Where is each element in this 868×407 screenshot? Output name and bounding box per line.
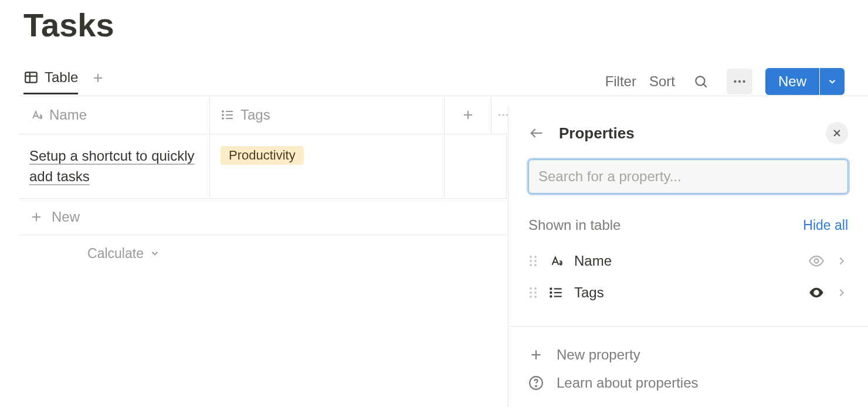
close-button[interactable] bbox=[826, 122, 848, 144]
svg-point-14 bbox=[222, 114, 223, 116]
section-label: Shown in table bbox=[528, 217, 621, 233]
ellipsis-icon bbox=[732, 74, 747, 89]
learn-link[interactable]: Learn about properties bbox=[528, 369, 848, 397]
cell-empty[interactable] bbox=[445, 134, 507, 198]
svg-point-5 bbox=[696, 76, 704, 85]
svg-point-35 bbox=[530, 291, 532, 294]
property-row-tags[interactable]: Tags bbox=[528, 277, 848, 308]
svg-point-30 bbox=[530, 264, 532, 266]
svg-point-45 bbox=[815, 291, 818, 294]
tab-label: Table bbox=[45, 69, 78, 86]
back-button[interactable] bbox=[528, 125, 545, 141]
list-icon bbox=[221, 108, 235, 122]
column-header-name[interactable]: Name bbox=[19, 96, 210, 134]
drag-handle-icon[interactable] bbox=[528, 286, 538, 299]
plus-icon bbox=[29, 210, 43, 224]
tab-table[interactable]: Table bbox=[23, 69, 78, 94]
svg-point-26 bbox=[530, 256, 532, 258]
new-property-button[interactable]: New property bbox=[528, 341, 848, 369]
more-options-button[interactable] bbox=[727, 69, 752, 94]
panel-header: Properties bbox=[528, 122, 848, 144]
learn-link-label: Learn about properties bbox=[557, 375, 699, 391]
svg-point-34 bbox=[534, 287, 537, 290]
divider bbox=[508, 326, 868, 327]
properties-panel: Properties Shown in table Hide all Name bbox=[508, 106, 868, 407]
section-header: Shown in table Hide all bbox=[528, 217, 848, 233]
svg-point-43 bbox=[550, 292, 551, 293]
arrow-left-icon bbox=[528, 125, 545, 141]
svg-rect-0 bbox=[25, 72, 37, 82]
chevron-down-icon bbox=[150, 248, 160, 259]
visibility-toggle[interactable] bbox=[808, 253, 825, 269]
task-title: Setup a shortcut to quickly add tasks bbox=[29, 146, 199, 187]
svg-point-19 bbox=[502, 114, 504, 116]
svg-point-32 bbox=[815, 259, 819, 263]
property-label: Name bbox=[574, 253, 798, 269]
svg-point-33 bbox=[530, 287, 532, 290]
panel-title: Properties bbox=[559, 124, 635, 143]
chevron-down-icon bbox=[827, 76, 838, 87]
svg-point-31 bbox=[534, 264, 537, 266]
chevron-right-icon bbox=[835, 255, 848, 267]
help-icon bbox=[528, 375, 544, 391]
svg-point-49 bbox=[535, 386, 537, 387]
new-row-button[interactable]: New bbox=[19, 199, 507, 235]
column-label: Tags bbox=[240, 107, 270, 123]
svg-point-37 bbox=[530, 296, 532, 298]
svg-point-28 bbox=[530, 260, 532, 262]
new-row-label: New bbox=[52, 209, 80, 225]
table-icon bbox=[23, 70, 39, 85]
text-type-icon bbox=[548, 253, 564, 269]
calculate-label: Calculate bbox=[87, 246, 144, 262]
visibility-toggle[interactable] bbox=[808, 284, 825, 301]
plus-icon bbox=[91, 71, 105, 85]
svg-point-9 bbox=[742, 80, 745, 83]
svg-point-42 bbox=[550, 288, 551, 289]
new-button-group: New bbox=[765, 68, 845, 95]
svg-point-27 bbox=[534, 256, 537, 258]
plus-icon bbox=[528, 347, 544, 362]
add-column-button[interactable] bbox=[445, 96, 491, 134]
toolbar: Table Filter Sort New bbox=[0, 67, 868, 96]
svg-line-6 bbox=[703, 84, 706, 87]
hide-all-button[interactable]: Hide all bbox=[803, 218, 848, 233]
cell-name[interactable]: Setup a shortcut to quickly add tasks bbox=[19, 134, 210, 198]
svg-point-29 bbox=[534, 260, 537, 262]
property-row-name[interactable]: Name bbox=[528, 245, 848, 277]
new-property-label: New property bbox=[557, 347, 640, 363]
search-icon bbox=[693, 74, 708, 89]
column-header-tags[interactable]: Tags bbox=[210, 96, 445, 134]
plus-icon bbox=[461, 108, 475, 122]
svg-point-15 bbox=[222, 118, 223, 119]
svg-point-13 bbox=[222, 111, 223, 112]
tag-pill: Productivity bbox=[221, 146, 304, 165]
property-search-input[interactable] bbox=[528, 160, 848, 194]
list-icon bbox=[548, 285, 564, 300]
page-title: Tasks bbox=[0, 0, 868, 44]
column-label: Name bbox=[49, 107, 87, 123]
drag-handle-icon[interactable] bbox=[528, 255, 538, 267]
new-button[interactable]: New bbox=[765, 68, 819, 95]
calculate-button[interactable]: Calculate bbox=[19, 235, 229, 272]
svg-point-18 bbox=[499, 114, 501, 116]
svg-point-7 bbox=[734, 80, 736, 83]
search-button[interactable] bbox=[688, 69, 714, 94]
filter-button[interactable]: Filter bbox=[605, 73, 636, 90]
view-tabs: Table bbox=[23, 69, 105, 94]
svg-point-36 bbox=[534, 291, 537, 294]
chevron-right-icon bbox=[835, 286, 848, 299]
new-button-dropdown[interactable] bbox=[820, 68, 845, 95]
toolbar-actions: Filter Sort New bbox=[605, 68, 845, 95]
svg-point-44 bbox=[550, 296, 551, 297]
add-view-button[interactable] bbox=[91, 71, 105, 92]
close-icon bbox=[831, 127, 843, 139]
svg-point-38 bbox=[534, 296, 537, 298]
property-label: Tags bbox=[574, 284, 798, 301]
text-type-icon bbox=[29, 108, 43, 122]
cell-tags[interactable]: Productivity bbox=[210, 134, 445, 198]
sort-button[interactable]: Sort bbox=[649, 73, 675, 90]
svg-point-8 bbox=[738, 80, 741, 83]
